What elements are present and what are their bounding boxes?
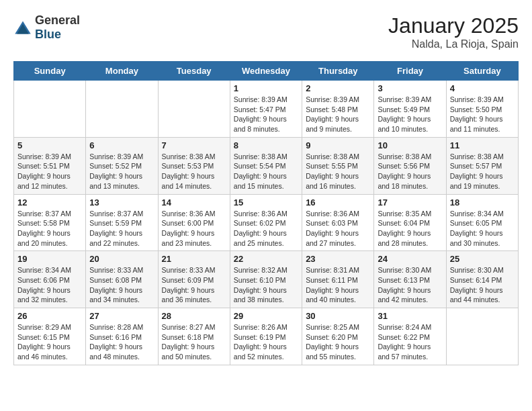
- calendar-cell: 1Sunrise: 8:39 AM Sunset: 5:47 PM Daylig…: [230, 81, 302, 138]
- calendar-header-row: SundayMondayTuesdayWednesdayThursdayFrid…: [14, 62, 519, 81]
- day-info: Sunrise: 8:27 AM Sunset: 6:18 PM Dayligh…: [162, 322, 226, 362]
- calendar-week-row: 26Sunrise: 8:29 AM Sunset: 6:15 PM Dayli…: [14, 308, 519, 365]
- day-info: Sunrise: 8:32 AM Sunset: 6:10 PM Dayligh…: [234, 265, 298, 305]
- calendar-day-header: Monday: [86, 62, 158, 81]
- calendar-table: SundayMondayTuesdayWednesdayThursdayFrid…: [13, 61, 519, 365]
- logo-text-general: General: [35, 13, 80, 27]
- calendar-cell: 12Sunrise: 8:37 AM Sunset: 5:58 PM Dayli…: [14, 194, 86, 251]
- calendar-cell: 31Sunrise: 8:24 AM Sunset: 6:22 PM Dayli…: [374, 308, 446, 365]
- calendar-day-header: Thursday: [302, 62, 374, 81]
- day-info: Sunrise: 8:36 AM Sunset: 6:02 PM Dayligh…: [234, 209, 298, 248]
- calendar-cell: 13Sunrise: 8:37 AM Sunset: 5:59 PM Dayli…: [86, 194, 158, 251]
- calendar-cell: 28Sunrise: 8:27 AM Sunset: 6:18 PM Dayli…: [158, 308, 230, 365]
- logo-icon: [13, 20, 32, 35]
- day-number: 22: [234, 254, 298, 264]
- day-number: 5: [17, 140, 82, 150]
- calendar-cell: 20Sunrise: 8:33 AM Sunset: 6:08 PM Dayli…: [86, 251, 158, 308]
- day-number: 8: [234, 140, 298, 150]
- day-info: Sunrise: 8:31 AM Sunset: 6:11 PM Dayligh…: [306, 265, 370, 305]
- day-info: Sunrise: 8:38 AM Sunset: 5:55 PM Dayligh…: [306, 152, 370, 191]
- calendar-cell: 25Sunrise: 8:30 AM Sunset: 6:14 PM Dayli…: [446, 251, 518, 308]
- day-number: 6: [89, 140, 154, 150]
- day-info: Sunrise: 8:37 AM Sunset: 5:58 PM Dayligh…: [17, 209, 82, 248]
- calendar-cell: 22Sunrise: 8:32 AM Sunset: 6:10 PM Dayli…: [230, 251, 302, 308]
- calendar-week-row: 5Sunrise: 8:39 AM Sunset: 5:51 PM Daylig…: [14, 137, 519, 194]
- calendar-cell: 14Sunrise: 8:36 AM Sunset: 6:00 PM Dayli…: [158, 194, 230, 251]
- month-title: January 2025: [388, 13, 519, 38]
- calendar-cell: 9Sunrise: 8:38 AM Sunset: 5:55 PM Daylig…: [302, 137, 374, 194]
- calendar-cell: 21Sunrise: 8:33 AM Sunset: 6:09 PM Dayli…: [158, 251, 230, 308]
- day-info: Sunrise: 8:36 AM Sunset: 6:00 PM Dayligh…: [162, 209, 226, 248]
- calendar-cell: 15Sunrise: 8:36 AM Sunset: 6:02 PM Dayli…: [230, 194, 302, 251]
- day-number: 18: [450, 197, 515, 208]
- calendar-day-header: Friday: [374, 62, 446, 81]
- calendar-cell: 16Sunrise: 8:36 AM Sunset: 6:03 PM Dayli…: [302, 194, 374, 251]
- calendar-cell: 24Sunrise: 8:30 AM Sunset: 6:13 PM Dayli…: [374, 251, 446, 308]
- day-info: Sunrise: 8:26 AM Sunset: 6:19 PM Dayligh…: [234, 322, 298, 362]
- calendar-cell: [158, 81, 230, 138]
- calendar-cell: [86, 81, 158, 138]
- calendar-cell: 29Sunrise: 8:26 AM Sunset: 6:19 PM Dayli…: [230, 308, 302, 365]
- calendar-cell: 6Sunrise: 8:39 AM Sunset: 5:52 PM Daylig…: [86, 137, 158, 194]
- day-info: Sunrise: 8:37 AM Sunset: 5:59 PM Dayligh…: [89, 209, 154, 248]
- day-info: Sunrise: 8:39 AM Sunset: 5:47 PM Dayligh…: [234, 95, 298, 134]
- day-info: Sunrise: 8:39 AM Sunset: 5:48 PM Dayligh…: [306, 95, 370, 134]
- calendar-cell: 30Sunrise: 8:25 AM Sunset: 6:20 PM Dayli…: [302, 308, 374, 365]
- day-info: Sunrise: 8:30 AM Sunset: 6:13 PM Dayligh…: [378, 265, 442, 305]
- calendar-cell: 3Sunrise: 8:39 AM Sunset: 5:49 PM Daylig…: [374, 81, 446, 138]
- day-info: Sunrise: 8:38 AM Sunset: 5:53 PM Dayligh…: [162, 152, 226, 191]
- day-number: 9: [306, 140, 370, 150]
- day-info: Sunrise: 8:38 AM Sunset: 5:54 PM Dayligh…: [234, 152, 298, 191]
- day-number: 15: [234, 197, 298, 208]
- day-number: 29: [234, 311, 298, 321]
- calendar-cell: 27Sunrise: 8:28 AM Sunset: 6:16 PM Dayli…: [86, 308, 158, 365]
- day-number: 11: [450, 140, 515, 150]
- day-number: 26: [17, 311, 82, 321]
- calendar-cell: 5Sunrise: 8:39 AM Sunset: 5:51 PM Daylig…: [14, 137, 86, 194]
- day-number: 20: [89, 254, 154, 264]
- day-info: Sunrise: 8:28 AM Sunset: 6:16 PM Dayligh…: [89, 322, 154, 362]
- day-number: 30: [306, 311, 370, 321]
- day-info: Sunrise: 8:36 AM Sunset: 6:03 PM Dayligh…: [306, 209, 370, 248]
- day-number: 17: [378, 197, 442, 208]
- day-info: Sunrise: 8:29 AM Sunset: 6:15 PM Dayligh…: [17, 322, 82, 362]
- day-number: 2: [306, 83, 370, 93]
- day-info: Sunrise: 8:24 AM Sunset: 6:22 PM Dayligh…: [378, 322, 442, 362]
- calendar-cell: 11Sunrise: 8:38 AM Sunset: 5:57 PM Dayli…: [446, 137, 518, 194]
- day-info: Sunrise: 8:34 AM Sunset: 6:06 PM Dayligh…: [17, 265, 82, 305]
- day-number: 4: [450, 83, 515, 93]
- calendar-cell: [14, 81, 86, 138]
- calendar-day-header: Saturday: [446, 62, 518, 81]
- day-info: Sunrise: 8:35 AM Sunset: 6:04 PM Dayligh…: [378, 209, 442, 248]
- day-number: 23: [306, 254, 370, 264]
- day-number: 25: [450, 254, 515, 264]
- day-info: Sunrise: 8:39 AM Sunset: 5:51 PM Dayligh…: [17, 152, 82, 191]
- day-info: Sunrise: 8:38 AM Sunset: 5:57 PM Dayligh…: [450, 152, 515, 191]
- location-title: Nalda, La Rioja, Spain: [388, 38, 519, 50]
- page-header: General Blue January 2025 Nalda, La Rioj…: [13, 13, 519, 50]
- day-number: 13: [89, 197, 154, 208]
- calendar-cell: 8Sunrise: 8:38 AM Sunset: 5:54 PM Daylig…: [230, 137, 302, 194]
- logo: General Blue: [13, 13, 80, 42]
- day-number: 14: [162, 197, 226, 208]
- calendar-cell: 2Sunrise: 8:39 AM Sunset: 5:48 PM Daylig…: [302, 81, 374, 138]
- calendar-cell: 23Sunrise: 8:31 AM Sunset: 6:11 PM Dayli…: [302, 251, 374, 308]
- day-number: 10: [378, 140, 442, 150]
- day-info: Sunrise: 8:34 AM Sunset: 6:05 PM Dayligh…: [450, 209, 515, 248]
- title-block: January 2025 Nalda, La Rioja, Spain: [388, 13, 519, 50]
- calendar-day-header: Sunday: [14, 62, 86, 81]
- calendar-day-header: Tuesday: [158, 62, 230, 81]
- day-number: 12: [17, 197, 82, 208]
- calendar-week-row: 1Sunrise: 8:39 AM Sunset: 5:47 PM Daylig…: [14, 81, 519, 138]
- day-number: 27: [89, 311, 154, 321]
- calendar-cell: 7Sunrise: 8:38 AM Sunset: 5:53 PM Daylig…: [158, 137, 230, 194]
- calendar-cell: 26Sunrise: 8:29 AM Sunset: 6:15 PM Dayli…: [14, 308, 86, 365]
- day-info: Sunrise: 8:30 AM Sunset: 6:14 PM Dayligh…: [450, 265, 515, 305]
- day-number: 31: [378, 311, 442, 321]
- calendar-cell: 19Sunrise: 8:34 AM Sunset: 6:06 PM Dayli…: [14, 251, 86, 308]
- day-number: 7: [162, 140, 226, 150]
- day-info: Sunrise: 8:38 AM Sunset: 5:56 PM Dayligh…: [378, 152, 442, 191]
- day-number: 24: [378, 254, 442, 264]
- day-info: Sunrise: 8:39 AM Sunset: 5:49 PM Dayligh…: [378, 95, 442, 134]
- calendar-cell: 18Sunrise: 8:34 AM Sunset: 6:05 PM Dayli…: [446, 194, 518, 251]
